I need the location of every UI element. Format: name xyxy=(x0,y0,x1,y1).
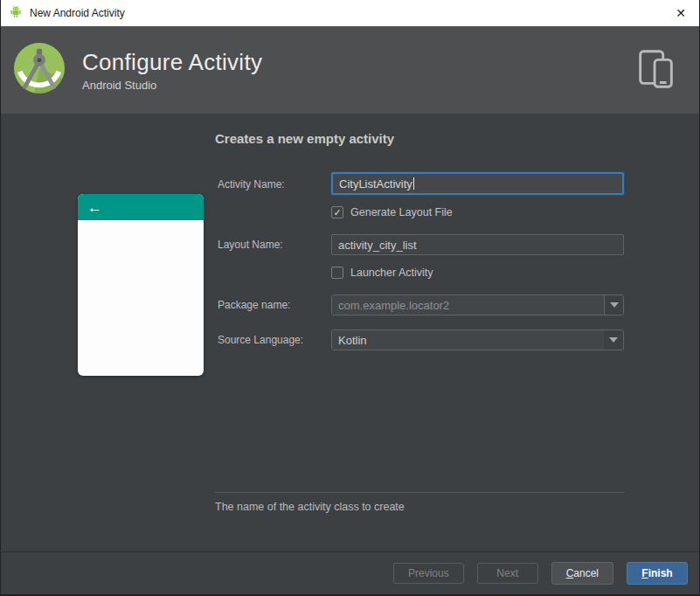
checkmark-icon: ✓ xyxy=(333,208,341,218)
source-language-value: Kotlin xyxy=(332,330,604,350)
window-title: New Android Activity xyxy=(30,7,125,19)
source-language-combobox[interactable]: Kotlin xyxy=(331,329,624,350)
chevron-down-icon xyxy=(610,302,619,308)
wizard-title: Configure Activity xyxy=(82,49,262,75)
finish-button[interactable]: Finish xyxy=(627,562,688,585)
activity-name-label: Activity Name: xyxy=(218,178,285,191)
layout-name-label: Layout Name: xyxy=(218,239,283,251)
layout-name-value: activity_city_list xyxy=(338,239,417,252)
package-name-dropdown-button[interactable] xyxy=(604,295,623,315)
generate-layout-file-row: ✓ Generate Layout File xyxy=(331,206,453,218)
wizard-content: Creates a new empty activity ← Activity … xyxy=(1,114,699,551)
status-text: The name of the activity class to create xyxy=(215,501,405,513)
wizard-footer: Previous Next Cancel Finish xyxy=(1,551,699,594)
source-language-label: Source Language: xyxy=(218,334,303,346)
title-bar: New Android Activity ✕ xyxy=(1,0,699,26)
close-icon: ✕ xyxy=(676,6,686,20)
cancel-button[interactable]: Cancel xyxy=(551,562,613,585)
devices-icon xyxy=(633,45,680,96)
layout-name-input[interactable]: activity_city_list xyxy=(331,234,624,255)
back-arrow-icon: ← xyxy=(87,200,102,215)
page-title: Creates a new empty activity xyxy=(215,131,394,146)
chevron-down-icon xyxy=(609,337,618,343)
package-name-label: Package name: xyxy=(218,299,290,311)
generate-layout-file-label: Generate Layout File xyxy=(350,206,453,218)
activity-preview: ← xyxy=(78,194,204,376)
launcher-activity-row: Launcher Activity xyxy=(331,267,433,279)
new-android-activity-dialog: New Android Activity ✕ Configure Activit… xyxy=(0,0,700,596)
activity-name-input[interactable]: CityListActivity xyxy=(331,172,624,195)
source-language-dropdown-button[interactable] xyxy=(604,330,623,350)
previous-button[interactable]: Previous xyxy=(393,563,464,584)
android-icon xyxy=(9,4,23,22)
launcher-activity-label: Launcher Activity xyxy=(350,267,433,279)
next-button[interactable]: Next xyxy=(477,563,538,584)
activity-name-value: CityListActivity xyxy=(339,177,412,191)
launcher-activity-checkbox[interactable] xyxy=(331,267,343,279)
generate-layout-file-checkbox[interactable]: ✓ xyxy=(331,206,343,218)
close-button[interactable]: ✕ xyxy=(662,0,699,26)
wizard-subtitle: Android Studio xyxy=(82,79,262,92)
package-name-value: com.example.locator2 xyxy=(332,295,604,315)
wizard-header: Configure Activity Android Studio xyxy=(1,26,699,114)
activity-preview-appbar: ← xyxy=(78,194,204,220)
text-caret xyxy=(413,177,414,190)
package-name-combobox[interactable]: com.example.locator2 xyxy=(331,295,624,315)
android-studio-logo-icon xyxy=(12,41,66,99)
status-divider xyxy=(215,492,624,493)
